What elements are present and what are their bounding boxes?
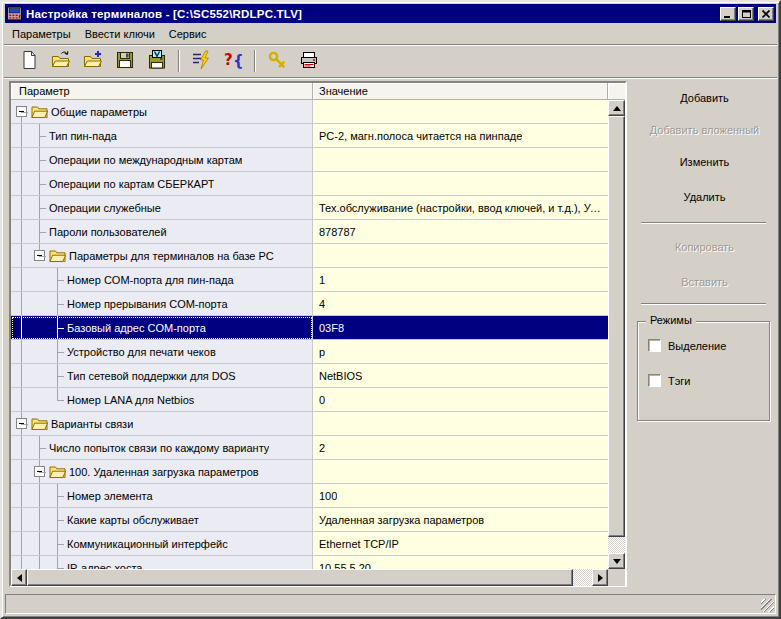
param-cell: Номер прерывания COM-порта	[11, 292, 313, 316]
value-cell: PC-2, магн.полоса читается на пинпаде	[313, 124, 608, 148]
param-label: Устройство для печати чеков	[67, 346, 216, 358]
menu-item-service[interactable]: Сервис	[162, 26, 214, 42]
vertical-scroll-thumb[interactable]	[608, 116, 625, 537]
table-row[interactable]: Пароли пользователей878787	[11, 220, 608, 244]
save-button[interactable]	[112, 48, 138, 74]
value-cell	[313, 460, 608, 484]
table-row[interactable]: Коммуникационный интерфейсEthernet TCP/I…	[11, 532, 608, 556]
check-params-button[interactable]	[188, 48, 214, 74]
vertical-scrollbar[interactable]	[608, 100, 625, 569]
param-cell: Операции служебные	[11, 196, 313, 220]
menu-item-enter-keys[interactable]: Ввести ключи	[78, 26, 162, 42]
table-row[interactable]: Операции по международным картам	[11, 148, 608, 172]
table-row[interactable]: Номер COM-порта для пин-пада1	[11, 268, 608, 292]
table-row-selected[interactable]: Базовый адрес COM-порта03F8	[11, 316, 608, 340]
toolbar-separator	[254, 50, 256, 72]
title-bar[interactable]: Настройка терминалов - [C:\SC552\RDLPC.T…	[5, 4, 776, 23]
scroll-left-button[interactable]	[11, 569, 27, 586]
print-button[interactable]	[296, 48, 322, 74]
keys-button[interactable]	[264, 48, 290, 74]
add-nested-button[interactable]: Добавить вложенный	[639, 119, 770, 141]
value-cell: 2	[313, 436, 608, 460]
arrow-up-icon	[613, 106, 621, 111]
value-text: 03F8	[319, 322, 344, 334]
highlight-checkbox-label: Выделение	[668, 340, 726, 352]
open-add-button[interactable]	[80, 48, 106, 74]
table-row[interactable]: Номер LANA для Netbios0	[11, 388, 608, 412]
resize-grip[interactable]	[761, 599, 774, 612]
delete-button[interactable]: Удалить	[639, 186, 770, 208]
tree-guide-line	[31, 508, 49, 531]
folder-icon	[31, 105, 51, 118]
table-row[interactable]: Операции по картам СБЕРКАРТ	[11, 172, 608, 196]
table-row[interactable]: Число попыток связи по каждому варианту2	[11, 436, 608, 460]
value-text: PC-2, магн.полоса читается на пинпаде	[319, 130, 522, 142]
table-row[interactable]: Устройство для печати чековp	[11, 340, 608, 364]
value-cell	[313, 172, 608, 196]
param-cell: Номер COM-порта для пин-пада	[11, 268, 313, 292]
table-row[interactable]: Тип сетевой поддержки для DOSNetBIOS	[11, 364, 608, 388]
value-text: 0	[319, 394, 325, 406]
table-row[interactable]: Общие параметры	[11, 100, 608, 124]
column-header-parameter[interactable]: Параметр	[11, 83, 313, 100]
tree-guide-line	[13, 508, 31, 531]
tree-connector	[31, 148, 49, 171]
copy-button[interactable]: Копировать	[639, 236, 770, 258]
status-bar	[5, 594, 776, 614]
paste-button[interactable]: Вставить	[639, 271, 770, 293]
key-icon	[267, 50, 287, 73]
new-file-button[interactable]	[16, 48, 42, 74]
edit-button[interactable]: Изменить	[639, 151, 770, 173]
value-text: Тех.обслуживание (настройки, ввод ключей…	[319, 202, 601, 214]
table-row[interactable]: Номер элемента100	[11, 484, 608, 508]
open-folder-add-icon	[83, 50, 103, 73]
column-header-value[interactable]: Значение	[313, 83, 608, 100]
scroll-right-button[interactable]	[592, 569, 608, 586]
scrollbar-corner	[608, 569, 625, 586]
tree-guide-line	[13, 172, 31, 195]
app-window: Настройка терминалов - [C:\SC552\RDLPC.T…	[0, 0, 781, 619]
horizontal-scroll-thumb[interactable]	[27, 569, 573, 586]
highlight-checkbox[interactable]	[648, 339, 661, 352]
maximize-button[interactable]	[738, 7, 754, 21]
scroll-up-button[interactable]	[608, 100, 625, 116]
help-syntax-button[interactable]: ?{	[220, 48, 246, 74]
add-button[interactable]: Добавить	[639, 87, 770, 109]
folder-icon	[49, 249, 69, 262]
scroll-down-button[interactable]	[608, 553, 625, 569]
menu-bar: ПараметрыВвести ключиСервис	[4, 24, 777, 44]
open-file-button[interactable]	[48, 48, 74, 74]
collapse-toggle[interactable]	[16, 418, 27, 429]
table-row[interactable]: Операции служебныеТех.обслуживание (наст…	[11, 196, 608, 220]
close-button[interactable]	[758, 7, 774, 21]
horizontal-scrollbar[interactable]	[11, 569, 608, 586]
main-area: Параметр Значение Общие параметрыТип пин…	[4, 78, 777, 589]
collapse-toggle[interactable]	[16, 106, 27, 117]
tags-checkbox[interactable]	[648, 374, 661, 387]
table-row[interactable]: Тип пин-падаPC-2, магн.полоса читается н…	[11, 124, 608, 148]
table-row[interactable]: Параметры для терминалов на базе PC	[11, 244, 608, 268]
menu-item-parameters[interactable]: Параметры	[5, 26, 78, 42]
save-verify-button[interactable]	[144, 48, 170, 74]
table-row[interactable]: 100. Удаленная загрузка параметров	[11, 460, 608, 484]
collapse-toggle[interactable]	[34, 466, 45, 477]
tree-guide-line	[13, 292, 31, 315]
table-row[interactable]: IP-адрес хоста10.55.5.20	[11, 556, 608, 569]
table-row[interactable]: Какие карты обслуживаетУдаленная загрузк…	[11, 508, 608, 532]
table-row[interactable]: Варианты связи	[11, 412, 608, 436]
tree-guide-line	[13, 124, 31, 147]
value-cell	[313, 244, 608, 268]
mode-row-tags: Тэги	[648, 374, 691, 387]
tags-checkbox-label: Тэги	[668, 375, 691, 387]
table-row[interactable]: Номер прерывания COM-порта4	[11, 292, 608, 316]
value-text: Ethernet TCP/IP	[319, 538, 399, 550]
tree-connector	[31, 460, 49, 483]
tree-guide-line	[13, 556, 31, 569]
value-cell: 100	[313, 484, 608, 508]
tree-connector	[13, 412, 31, 435]
tree-connector	[49, 292, 67, 315]
param-cell: Устройство для печати чеков	[11, 340, 313, 364]
param-cell: Коммуникационный интерфейс	[11, 532, 313, 556]
collapse-toggle[interactable]	[34, 250, 45, 261]
minimize-button[interactable]	[720, 7, 736, 21]
